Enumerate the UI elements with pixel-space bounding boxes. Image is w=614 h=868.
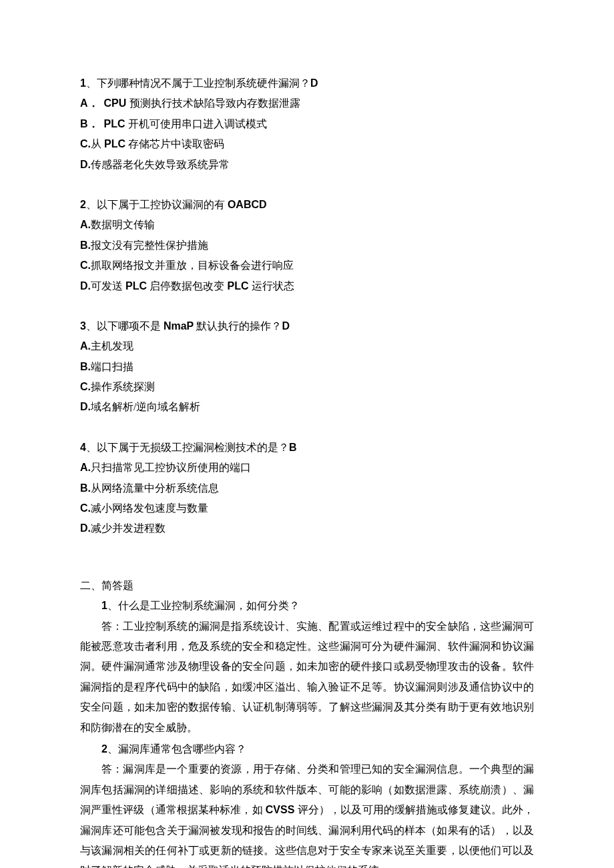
q2-optC-label: C. <box>80 260 91 271</box>
q4-number: 4 <box>80 442 86 453</box>
q3-answer: D <box>282 320 290 332</box>
q1-optC-mid1: 从 <box>91 138 104 149</box>
q1-optC-bold1: PLC <box>104 138 128 149</box>
q1-option-a: A． CPU 预测执行技术缺陷导致内存数据泄露 <box>80 93 534 113</box>
question-4: 4、以下属于无损级工控漏洞检测技术的是？B A.只扫描常见工控协议所使用的端口 … <box>80 438 534 539</box>
q4-option-b: B.从网络流量中分析系统信息 <box>80 478 534 498</box>
q2-option-d: D.可发送 PLC 启停数据包改变 PLC 运行状态 <box>80 276 534 296</box>
q3-text-post: 默认执行的操作？ <box>196 320 282 332</box>
q3-optA-text: 主机发现 <box>91 340 133 352</box>
q1-optB-text: 开机可使用串口进入调试模式 <box>128 118 267 129</box>
q2-text: 以下属于工控协议漏洞的有 <box>97 199 228 210</box>
q4-optD-text: 减少并发进程数 <box>91 522 166 534</box>
q3-optB-text: 端口扫描 <box>91 361 133 372</box>
sa1-question: 1、什么是工业控制系统漏洞，如何分类？ <box>80 596 534 616</box>
short-answer-2: 2、漏洞库通常包含哪些内容？ 答：漏洞库是一个重要的资源，用于存储、分类和管理已… <box>80 739 534 868</box>
q2-option-a: A.数据明文传输 <box>80 215 534 235</box>
q3-text-pre: 以下哪项不是 <box>97 320 164 332</box>
q3-option-c: C.操作系统探测 <box>80 377 534 397</box>
sa2-answer: 答：漏洞库是一个重要的资源，用于存储、分类和管理已知的安全漏洞信息。一个典型的漏… <box>80 759 534 868</box>
q1-optB-label: B． <box>80 118 99 129</box>
q4-optC-label: C. <box>80 502 91 514</box>
sa2-ans-bold: CVSS <box>266 804 298 815</box>
q2-optA-label: A. <box>80 219 91 230</box>
document-page: 1、下列哪种情况不属于工业控制系统硬件漏洞？D A． CPU 预测执行技术缺陷导… <box>0 0 614 868</box>
sa2-question: 2、漏洞库通常包含哪些内容？ <box>80 739 534 759</box>
sa2-sep: 、 <box>107 743 118 755</box>
q4-optD-label: D. <box>80 522 91 534</box>
question-2: 2、以下属于工控协议漏洞的有 OABCD A.数据明文传输 B.报文没有完整性保… <box>80 195 534 296</box>
q3-option-d: D.域名解析/逆向域名解析 <box>80 397 534 417</box>
q2-optD-mid1: 可发送 <box>91 280 125 292</box>
q2-option-c: C.抓取网络报文并重放，目标设备会进行响应 <box>80 256 534 276</box>
sa2-q: 漏洞库通常包含哪些内容？ <box>118 743 246 755</box>
q4-optB-text: 从网络流量中分析系统信息 <box>91 482 219 494</box>
q3-optB-label: B. <box>80 361 91 372</box>
q4-option-a: A.只扫描常见工控协议所使用的端口 <box>80 458 534 478</box>
q3-optC-label: C. <box>80 381 91 392</box>
q1-option-c: C.从 PLC 存储芯片中读取密码 <box>80 134 534 154</box>
q2-optD-text: 运行状态 <box>252 280 294 292</box>
q1-option-d: D.传感器老化失效导致系统异常 <box>80 155 534 175</box>
question-1: 1、下列哪种情况不属于工业控制系统硬件漏洞？D A． CPU 预测执行技术缺陷导… <box>80 73 534 175</box>
q3-optD-text: 域名解析/逆向域名解析 <box>91 401 200 412</box>
q3-number: 3 <box>80 320 86 332</box>
q4-optB-label: B. <box>80 482 91 494</box>
q2-sep: 、 <box>86 199 97 210</box>
q2-option-b: B.报文没有完整性保护措施 <box>80 236 534 256</box>
question-2-stem: 2、以下属于工控协议漏洞的有 OABCD <box>80 195 534 215</box>
sa2-ans-label: 答： <box>101 763 123 775</box>
q2-optB-label: B. <box>80 240 91 251</box>
sa2-number: 2 <box>101 743 107 755</box>
q3-bold-mid: NmaP <box>164 320 197 332</box>
q2-optD-bold2: PLC <box>227 280 251 292</box>
q4-sep: 、 <box>86 442 97 453</box>
question-3: 3、以下哪项不是 NmaP 默认执行的操作？D A.主机发现 B.端口扫描 C.… <box>80 316 534 418</box>
short-answer-1: 1、什么是工业控制系统漏洞，如何分类？ 答：工业控制系统的漏洞是指系统设计、实施… <box>80 596 534 738</box>
q2-answer: OABCD <box>228 199 267 210</box>
sa1-number: 1 <box>101 600 107 611</box>
q2-optC-text: 抓取网络报文并重放，目标设备会进行响应 <box>91 260 294 271</box>
question-3-stem: 3、以下哪项不是 NmaP 默认执行的操作？D <box>80 316 534 336</box>
q2-optA-text: 数据明文传输 <box>91 219 155 230</box>
q3-sep: 、 <box>86 320 97 332</box>
q1-optA-text: 预测执行技术缺陷导致内存数据泄露 <box>129 97 300 109</box>
sa1-ans-label: 答： <box>101 620 123 632</box>
q4-optA-text: 只扫描常见工控协议所使用的端口 <box>91 462 251 473</box>
q4-text: 以下属于无损级工控漏洞检测技术的是？ <box>97 442 289 453</box>
q1-optA-pre: CPU <box>104 97 129 109</box>
section-2-title: 二、简答题 <box>80 576 534 596</box>
q3-option-b: B.端口扫描 <box>80 357 534 377</box>
q3-optD-label: D. <box>80 401 91 412</box>
q4-optA-label: A. <box>80 462 91 473</box>
q1-text: 下列哪种情况不属于工业控制系统硬件漏洞？ <box>97 77 310 89</box>
q2-number: 2 <box>80 199 86 210</box>
q1-optC-label: C. <box>80 138 91 149</box>
sa1-answer: 答：工业控制系统的漏洞是指系统设计、实施、配置或运维过程中的安全缺陷，这些漏洞可… <box>80 616 534 738</box>
q1-answer: D <box>310 77 318 89</box>
q4-option-d: D.减少并发进程数 <box>80 518 534 538</box>
q4-option-c: C.减小网络发包速度与数量 <box>80 498 534 518</box>
q3-optC-text: 操作系统探测 <box>91 381 155 392</box>
q2-optD-bold1: PLC <box>125 280 149 292</box>
q4-optC-text: 减小网络发包速度与数量 <box>91 502 208 514</box>
q4-answer: B <box>289 442 297 453</box>
section-2: 二、简答题 1、什么是工业控制系统漏洞，如何分类？ 答：工业控制系统的漏洞是指系… <box>80 576 534 868</box>
q2-optD-mid2: 启停数据包改变 <box>149 280 227 292</box>
q3-option-a: A.主机发现 <box>80 336 534 356</box>
q1-option-b: B． PLC 开机可使用串口进入调试模式 <box>80 114 534 134</box>
sa1-q: 什么是工业控制系统漏洞，如何分类？ <box>118 600 300 611</box>
q1-number: 1 <box>80 77 86 89</box>
sa1-sep: 、 <box>107 600 118 611</box>
q1-optD-text: 传感器老化失效导致系统异常 <box>91 159 230 170</box>
q1-optD-label: D. <box>80 159 91 170</box>
sa1-ans-text: 工业控制系统的漏洞是指系统设计、实施、配置或运维过程中的安全缺陷，这些漏洞可能被… <box>80 620 534 733</box>
q1-optA-label: A． <box>80 97 99 109</box>
q2-optB-text: 报文没有完整性保护措施 <box>91 240 208 251</box>
q2-optD-label: D. <box>80 280 91 292</box>
q3-optA-label: A. <box>80 340 91 352</box>
q1-optB-pre: PLC <box>104 118 128 129</box>
q1-sep: 、 <box>86 77 97 89</box>
q1-optC-text: 存储芯片中读取密码 <box>128 138 224 149</box>
question-4-stem: 4、以下属于无损级工控漏洞检测技术的是？B <box>80 438 534 458</box>
